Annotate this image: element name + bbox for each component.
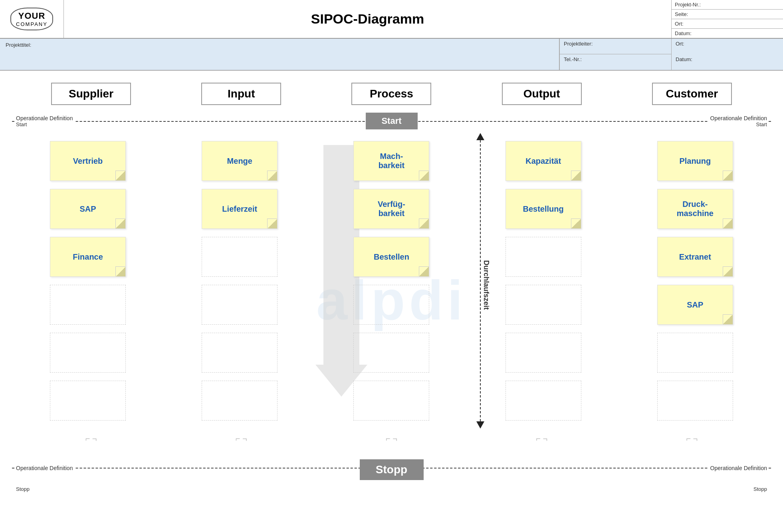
- sticky-sap-customer: SAP: [657, 285, 733, 325]
- ort-label: Ort:: [675, 21, 684, 27]
- start-box: Start: [366, 113, 418, 129]
- datum-row: Datum:: [672, 29, 783, 38]
- ph-process: ⌐ ¬: [324, 431, 459, 447]
- customer-header-box: Customer: [652, 83, 732, 105]
- process-placeholder3: [353, 381, 429, 421]
- input-header-col: Input: [174, 83, 309, 105]
- customer-placeholder: [657, 333, 733, 373]
- ph-output: ⌐ ¬: [474, 431, 609, 447]
- process-placeholder2: [353, 333, 429, 373]
- seite-label: Seite:: [675, 11, 688, 17]
- logo-area: YOUR COMPANY: [0, 0, 64, 38]
- input-column: Menge Lieferzeit: [171, 141, 308, 421]
- stopp-sub-labels: Stopp Stopp: [8, 485, 775, 493]
- input-placeholder4: [202, 381, 278, 421]
- ort-cell: Ort:: [671, 39, 783, 54]
- ph-supplier: ⌐ ¬: [24, 431, 159, 447]
- sticky-planung: Planung: [657, 141, 733, 181]
- sticky-bestellen: Bestellen: [353, 237, 429, 277]
- projektleiter-label: Projektleiter:: [564, 41, 593, 47]
- info-right: Projektleiter: Ort: Tel.-Nr.: Datum:: [559, 39, 783, 70]
- sticky-machbarkeit: Mach- barkeit: [353, 141, 429, 181]
- info-row-1: Projektleiter: Ort:: [559, 39, 783, 54]
- input-header-box: Input: [201, 83, 281, 105]
- output-column: Kapazität Bestellung: [475, 141, 612, 421]
- sticky-lieferzeit: Lieferzeit: [202, 189, 278, 229]
- placeholder-row-bottom: ⌐ ¬ ⌐ ¬ ⌐ ¬ ⌐ ¬ ⌐ ¬: [8, 429, 775, 449]
- op-def-start-row: Operationale Definition Start Start Oper…: [12, 109, 771, 133]
- output-placeholder3: [505, 333, 581, 373]
- logo-line1: YOUR: [16, 11, 48, 21]
- projekttitel-label: Projekttitel:: [6, 42, 31, 48]
- ort-label2: Ort:: [676, 41, 684, 47]
- diagram-title: SIPOC-Diagramm: [64, 0, 671, 38]
- supplier-placeholder2: [50, 333, 126, 373]
- op-def-stopp-right: Operationale Definition: [708, 465, 767, 471]
- sticky-sap-supplier: SAP: [50, 189, 126, 229]
- sticky-vertrieb: Vertrieb: [50, 141, 126, 181]
- output-header-box: Output: [502, 83, 582, 105]
- sticky-druckmaschine: Druck- maschine: [657, 189, 733, 229]
- sticky-columns: Vertrieb SAP Finance Menge Lieferzeit: [12, 133, 771, 429]
- ph-customer: ⌐ ¬: [624, 431, 760, 447]
- output-header-col: Output: [474, 83, 609, 105]
- datum-cell: Datum:: [671, 54, 783, 70]
- tel-label: Tel.-Nr.:: [564, 56, 582, 62]
- datum-label2: Datum:: [676, 56, 692, 62]
- input-placeholder: [202, 237, 278, 277]
- op-def-stopp-left: Operationale Definition: [16, 465, 75, 471]
- output-placeholder4: [505, 381, 581, 421]
- process-header-col: Process: [324, 83, 459, 105]
- column-headers: Supplier Input Process Output Customer: [8, 83, 775, 105]
- main-grid: Durchlaufszeit Vertrieb SAP Finance: [12, 133, 771, 429]
- stopp-right-sub: Stopp: [753, 486, 767, 492]
- supplier-placeholder: [50, 285, 126, 325]
- sticky-kapazitat: Kapazität: [505, 141, 581, 181]
- datum-label: Datum:: [675, 30, 692, 36]
- stopp-box: Stopp: [360, 459, 424, 480]
- logo: YOUR COMPANY: [10, 8, 53, 31]
- process-column: Mach- barkeit Verfüg- barkeit Bestellen: [323, 141, 460, 421]
- diagram-area: alpdi Supplier Input Process Output Cust…: [0, 71, 783, 530]
- output-placeholder2: [505, 285, 581, 325]
- durchlaufszeit-label: Durchlaufszeit: [482, 260, 490, 310]
- supplier-header-col: Supplier: [24, 83, 159, 105]
- stopp-left-sub: Stopp: [16, 486, 30, 492]
- projektleiter-cell: Projektleiter:: [559, 39, 671, 54]
- supplier-placeholder3: [50, 381, 126, 421]
- sticky-bestellung: Bestellung: [505, 189, 581, 229]
- projekttitel-field: Projekttitel:: [0, 39, 559, 70]
- header: YOUR COMPANY SIPOC-Diagramm Projekt-Nr.:…: [0, 0, 783, 39]
- ph-input: ⌐ ¬: [174, 431, 309, 447]
- op-def-start-left: Operationale Definition Start: [16, 115, 75, 127]
- stopp-box-wrapper: Stopp: [360, 459, 424, 480]
- sticky-verfugbarkeit: Verfüg- barkeit: [353, 189, 429, 229]
- start-box-wrapper: Start: [366, 113, 418, 129]
- header-meta: Projekt-Nr.: Seite: Ort: Datum:: [671, 0, 783, 38]
- supplier-column: Vertrieb SAP Finance: [20, 141, 156, 421]
- tel-cell: Tel.-Nr.:: [559, 54, 671, 70]
- projekt-nr-row: Projekt-Nr.:: [672, 0, 783, 10]
- output-placeholder: [505, 237, 581, 277]
- ort-row: Ort:: [672, 19, 783, 29]
- sticky-finance: Finance: [50, 237, 126, 277]
- projekt-nr-label: Projekt-Nr.:: [675, 2, 701, 8]
- seite-row: Seite:: [672, 10, 783, 19]
- customer-header-col: Customer: [624, 83, 760, 105]
- op-def-start-right: Operationale Definition Start: [708, 115, 767, 127]
- info-bar: Projekttitel: Projektleiter: Ort: Tel.-N…: [0, 39, 783, 71]
- customer-placeholder2: [657, 381, 733, 421]
- sticky-menge: Menge: [202, 141, 278, 181]
- sticky-extranet: Extranet: [657, 237, 733, 277]
- input-placeholder3: [202, 333, 278, 373]
- logo-line2: COMPANY: [16, 21, 48, 28]
- supplier-header-box: Supplier: [51, 83, 131, 105]
- info-row-2: Tel.-Nr.: Datum:: [559, 54, 783, 70]
- process-header-box: Process: [351, 83, 431, 105]
- op-def-stopp-row: Operationale Definition Stopp Operationa…: [12, 457, 771, 484]
- customer-column: Planung Druck- maschine Extranet SAP: [627, 141, 763, 421]
- input-placeholder2: [202, 285, 278, 325]
- dashed-vertical-line: [480, 133, 481, 429]
- process-placeholder: [353, 285, 429, 325]
